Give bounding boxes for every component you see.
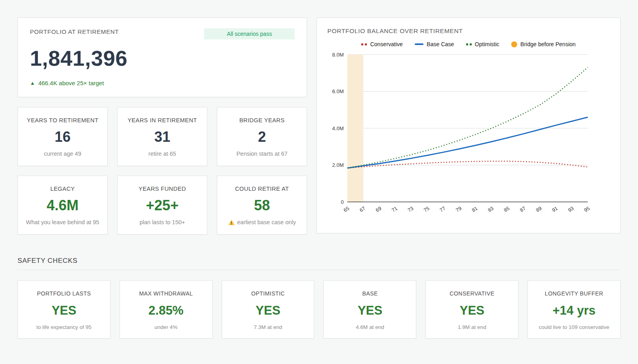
stat-value: 4.6M xyxy=(47,198,79,213)
legend-label: Conservative xyxy=(370,41,403,47)
stat-subtitle: retire at 65 xyxy=(148,151,176,157)
legend-label: Optimistic xyxy=(475,41,499,47)
all-scenarios-pass-badge: All scenarios pass xyxy=(204,28,295,39)
bridge-before-pension-swatch-icon xyxy=(511,41,517,47)
stat-subtitle: What you leave behind at 95 xyxy=(26,219,99,225)
portfolio-chart-svg: 02.0M4.0M6.0M8.0M65676971737577798183858… xyxy=(327,51,592,223)
x-tick-label: 77 xyxy=(439,205,446,213)
stat-card-years-funded: YEARS FUNDED +25+ plan lasts to 150+ xyxy=(117,176,207,235)
legend-item-optimistic[interactable]: Optimistic xyxy=(466,41,499,47)
bridge-before-pension-band xyxy=(347,55,363,202)
x-tick-label: 71 xyxy=(391,205,398,213)
y-tick-label: 4.0M xyxy=(332,125,344,131)
stat-label: COULD RETIRE AT xyxy=(235,186,289,192)
safety-subtitle: 4.6M at end xyxy=(356,324,384,330)
safety-label: CONSERVATIVE xyxy=(450,290,494,297)
x-tick-label: 67 xyxy=(358,205,366,213)
stat-label: LEGACY xyxy=(50,186,75,192)
safety-label: PORTFOLIO LASTS xyxy=(37,290,91,297)
stat-subtitle: earliest base case only xyxy=(228,219,296,225)
dashboard-page: PORTFOLIO AT RETIREMENT All scenarios pa… xyxy=(18,0,620,339)
hero-title: PORTFOLIO AT RETIREMENT xyxy=(30,28,119,35)
stat-value: 16 xyxy=(55,130,71,144)
safety-card-portfolio-lasts: PORTFOLIO LASTS YES to life expectancy o… xyxy=(18,280,110,339)
y-tick-label: 8.0M xyxy=(332,52,344,58)
stat-value: 31 xyxy=(154,130,170,144)
x-tick-label: 81 xyxy=(471,205,478,213)
warning-triangle-icon xyxy=(228,219,235,225)
stat-label: YEARS FUNDED xyxy=(139,186,186,192)
base-case-swatch-icon xyxy=(415,43,423,45)
stat-card-years-to-retirement: YEARS TO RETIREMENT 16 current age 49 xyxy=(18,107,108,166)
x-tick-label: 65 xyxy=(343,205,350,213)
summary-column: PORTFOLIO AT RETIREMENT All scenarios pa… xyxy=(18,18,307,235)
safety-value: +14 yrs xyxy=(553,304,596,317)
x-tick-label: 69 xyxy=(375,205,382,213)
x-tick-label: 91 xyxy=(551,205,559,213)
y-tick-label: 6.0M xyxy=(332,88,344,94)
chart-title: PORTFOLIO BALANCE OVER RETIREMENT xyxy=(327,27,610,35)
y-tick-label: 0 xyxy=(341,199,344,205)
series-line-conservative xyxy=(347,161,588,168)
legend-label: Base Case xyxy=(427,41,454,47)
x-tick-label: 73 xyxy=(407,205,414,213)
hero-header: PORTFOLIO AT RETIREMENT All scenarios pa… xyxy=(30,28,295,39)
safety-label: LONGEVITY BUFFER xyxy=(545,290,603,297)
stat-card-bridge-years: BRIDGE YEARS 2 Pension starts at 67 xyxy=(217,107,307,166)
top-section: PORTFOLIO AT RETIREMENT All scenarios pa… xyxy=(18,18,620,235)
safety-value: 2.85% xyxy=(148,304,183,317)
chart-plot-area: 02.0M4.0M6.0M8.0M65676971737577798183858… xyxy=(327,51,610,226)
stat-value: +25+ xyxy=(146,198,179,213)
y-tick-label: 2.0M xyxy=(332,162,344,168)
series-line-optimistic xyxy=(347,67,588,168)
stat-card-could-retire-at: COULD RETIRE AT 58 earliest base case on… xyxy=(217,176,307,235)
x-tick-label: 89 xyxy=(535,205,543,213)
up-triangle-icon: ▲ xyxy=(30,80,35,86)
stat-card-legacy: LEGACY 4.6M What you leave behind at 95 xyxy=(18,176,108,235)
safety-subtitle: 1.9M at end xyxy=(458,324,486,330)
target-delta: ▲ 466.4K above 25× target xyxy=(30,80,295,86)
safety-value: YES xyxy=(460,304,484,317)
legend-item-bridge-before-pension[interactable]: Bridge before Pension xyxy=(511,41,576,47)
x-tick-label: 75 xyxy=(423,205,430,213)
stat-label: YEARS IN RETIREMENT xyxy=(128,117,197,123)
stat-subtitle: Pension starts at 67 xyxy=(236,151,287,157)
series-line-base-case xyxy=(347,117,588,168)
chart-legend: ConservativeBase CaseOptimisticBridge be… xyxy=(327,41,610,47)
stat-subtitle: plan lasts to 150+ xyxy=(140,219,185,225)
safety-subtitle: 7.3M at end xyxy=(254,324,282,330)
x-tick-label: 87 xyxy=(519,205,526,213)
safety-label: OPTIMISTIC xyxy=(251,290,285,297)
conservative-swatch-icon xyxy=(361,43,367,45)
stat-card-years-in-retirement: YEARS IN RETIREMENT 31 retire at 65 xyxy=(117,107,207,166)
portfolio-balance-chart-card: PORTFOLIO BALANCE OVER RETIREMENT Conser… xyxy=(317,18,620,233)
safety-card-longevity-buffer: LONGEVITY BUFFER +14 yrs could live to 1… xyxy=(528,280,620,339)
portfolio-value: 1,841,396 xyxy=(30,46,295,70)
safety-card-optimistic: OPTIMISTIC YES 7.3M at end xyxy=(222,280,315,339)
x-tick-label: 79 xyxy=(455,205,463,213)
safety-subtitle: could live to 109 conservative xyxy=(539,324,609,330)
legend-label: Bridge before Pension xyxy=(520,41,576,47)
safety-value: YES xyxy=(358,304,382,317)
stat-label: YEARS TO RETIREMENT xyxy=(27,117,98,123)
legend-item-conservative[interactable]: Conservative xyxy=(361,41,403,47)
safety-grid: PORTFOLIO LASTS YES to life expectancy o… xyxy=(18,280,620,339)
safety-value: YES xyxy=(256,304,280,317)
stats-grid: YEARS TO RETIREMENT 16 current age 49 YE… xyxy=(18,107,307,235)
safety-card-conservative: CONSERVATIVE YES 1.9M at end xyxy=(425,280,518,339)
safety-card-max-withdrawal: MAX WITHDRAWAL 2.85% under 4% xyxy=(120,280,213,339)
safety-subtitle: to life expectancy of 95 xyxy=(36,324,91,330)
safety-label: BASE xyxy=(362,290,378,297)
x-tick-label: 93 xyxy=(567,205,575,213)
stat-subtitle: current age 49 xyxy=(44,151,81,157)
x-tick-label: 95 xyxy=(583,205,591,213)
stat-value: 58 xyxy=(254,198,270,213)
optimistic-swatch-icon xyxy=(466,43,472,45)
safety-subtitle: under 4% xyxy=(154,324,177,330)
portfolio-at-retirement-card: PORTFOLIO AT RETIREMENT All scenarios pa… xyxy=(18,18,307,97)
stat-value: 2 xyxy=(258,130,266,144)
safety-label: MAX WITHDRAWAL xyxy=(139,290,193,297)
x-tick-label: 83 xyxy=(487,205,494,213)
legend-item-base-case[interactable]: Base Case xyxy=(415,41,454,47)
safety-checks-section: SAFETY CHECKS PORTFOLIO LASTS YES to lif… xyxy=(18,257,620,339)
